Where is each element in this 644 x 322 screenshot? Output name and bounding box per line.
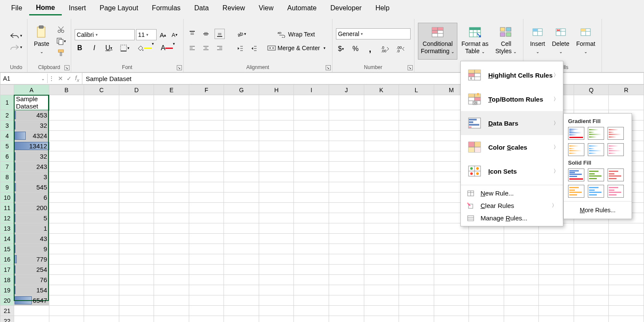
cell-E4[interactable] xyxy=(154,131,189,141)
cell-Q18[interactable] xyxy=(574,275,609,285)
cell-H19[interactable] xyxy=(259,285,294,295)
cell-Q14[interactable] xyxy=(574,234,609,244)
cell-F4[interactable] xyxy=(189,131,224,141)
cell-F19[interactable] xyxy=(189,285,224,295)
redo-button[interactable]: ▾ xyxy=(9,42,24,52)
increase-decimal-button[interactable]: .0.00 xyxy=(380,44,391,54)
cell-R13[interactable] xyxy=(609,223,644,234)
cell-B12[interactable] xyxy=(49,213,84,223)
cell-J6[interactable] xyxy=(329,151,364,162)
column-header-I[interactable]: I xyxy=(294,85,329,95)
cell-L15[interactable] xyxy=(399,244,434,254)
cell-L6[interactable] xyxy=(399,151,434,162)
cell-F8[interactable] xyxy=(189,172,224,182)
cell-I3[interactable] xyxy=(294,120,329,131)
cell-E18[interactable] xyxy=(154,275,189,285)
cell-J10[interactable] xyxy=(329,193,364,203)
cell-F13[interactable] xyxy=(189,223,224,234)
cell-G18[interactable] xyxy=(224,275,259,285)
format-as-table-button[interactable]: Format asTable ⌄ xyxy=(458,23,491,60)
cell-O19[interactable] xyxy=(504,285,539,295)
cell-C18[interactable] xyxy=(84,275,119,285)
cell-G22[interactable] xyxy=(224,316,259,322)
cell-D15[interactable] xyxy=(119,244,154,254)
cell-I21[interactable] xyxy=(294,306,329,316)
cell-I16[interactable] xyxy=(294,254,329,265)
cell-D13[interactable] xyxy=(119,223,154,234)
cell-K2[interactable] xyxy=(364,110,399,120)
cell-M20[interactable] xyxy=(434,295,469,306)
cell-J15[interactable] xyxy=(329,244,364,254)
cell-H9[interactable] xyxy=(259,182,294,193)
decrease-decimal-button[interactable]: .00.0 xyxy=(395,44,406,54)
number-dialog-launcher-icon[interactable]: ↘ xyxy=(408,65,413,70)
row-header-9[interactable]: 9 xyxy=(0,182,14,193)
cell-H14[interactable] xyxy=(259,234,294,244)
cell-F3[interactable] xyxy=(189,120,224,131)
row-header-10[interactable]: 10 xyxy=(0,193,14,203)
cell-C12[interactable] xyxy=(84,213,119,223)
menu-tab-file[interactable]: File xyxy=(4,2,29,15)
cell-E6[interactable] xyxy=(154,151,189,162)
cell-B10[interactable] xyxy=(49,193,84,203)
cell-C9[interactable] xyxy=(84,182,119,193)
row-header-13[interactable]: 13 xyxy=(0,223,14,234)
cell-Q1[interactable] xyxy=(574,95,609,110)
align-middle-button[interactable] xyxy=(201,29,211,39)
databar-swatch[interactable] xyxy=(608,169,624,181)
menu-tab-formulas[interactable]: Formulas xyxy=(145,2,187,15)
cell-L11[interactable] xyxy=(399,203,434,213)
cell-G5[interactable] xyxy=(224,141,259,151)
cell-D22[interactable] xyxy=(119,316,154,322)
menu-tab-help[interactable]: Help xyxy=(369,2,396,15)
cell-L1[interactable] xyxy=(399,95,434,110)
cell-G21[interactable] xyxy=(224,306,259,316)
column-header-Q[interactable]: Q xyxy=(574,85,609,95)
select-all-corner[interactable] xyxy=(0,85,14,95)
cell-I9[interactable] xyxy=(294,182,329,193)
cell-H17[interactable] xyxy=(259,265,294,275)
cell-J16[interactable] xyxy=(329,254,364,265)
cell-B21[interactable] xyxy=(49,306,84,316)
cell-P18[interactable] xyxy=(539,275,574,285)
cell-F10[interactable] xyxy=(189,193,224,203)
cell-N14[interactable] xyxy=(469,234,504,244)
cell-B5[interactable] xyxy=(49,141,84,151)
cell-G20[interactable] xyxy=(224,295,259,306)
cell-C1[interactable] xyxy=(84,95,119,110)
row-header-15[interactable]: 15 xyxy=(0,244,14,254)
databar-swatch[interactable] xyxy=(608,127,624,140)
cell-B11[interactable] xyxy=(49,203,84,213)
cell-F5[interactable] xyxy=(189,141,224,151)
cell-L17[interactable] xyxy=(399,265,434,275)
cell-A1[interactable]: Sample Dataset xyxy=(14,95,49,110)
cell-I14[interactable] xyxy=(294,234,329,244)
copy-button[interactable]: ▾ xyxy=(55,36,67,46)
font-name-select[interactable]: Calibri▾ xyxy=(75,29,135,40)
align-bottom-button[interactable] xyxy=(215,29,225,39)
cell-E9[interactable] xyxy=(154,182,189,193)
cell-A14[interactable]: 43 xyxy=(14,234,49,244)
databar-swatch[interactable] xyxy=(568,169,584,181)
row-header-16[interactable]: 16 xyxy=(0,254,14,265)
cell-A12[interactable]: 5 xyxy=(14,213,49,223)
cell-D1[interactable] xyxy=(119,95,154,110)
cell-N18[interactable] xyxy=(469,275,504,285)
row-header-19[interactable]: 19 xyxy=(0,285,14,295)
cell-B17[interactable] xyxy=(49,265,84,275)
column-header-K[interactable]: K xyxy=(364,85,399,95)
cell-G14[interactable] xyxy=(224,234,259,244)
cell-R19[interactable] xyxy=(609,285,644,295)
cell-K14[interactable] xyxy=(364,234,399,244)
cell-B4[interactable] xyxy=(49,131,84,141)
align-left-button[interactable] xyxy=(187,43,197,54)
cell-K4[interactable] xyxy=(364,131,399,141)
databar-swatch[interactable] xyxy=(608,185,624,198)
cell-C22[interactable] xyxy=(84,316,119,322)
cell-A10[interactable]: 6 xyxy=(14,193,49,203)
merge-center-button[interactable]: Merge & Center ▾ xyxy=(264,43,329,53)
cell-K5[interactable] xyxy=(364,141,399,151)
column-header-G[interactable]: G xyxy=(224,85,259,95)
cell-G4[interactable] xyxy=(224,131,259,141)
cell-F22[interactable] xyxy=(189,316,224,322)
